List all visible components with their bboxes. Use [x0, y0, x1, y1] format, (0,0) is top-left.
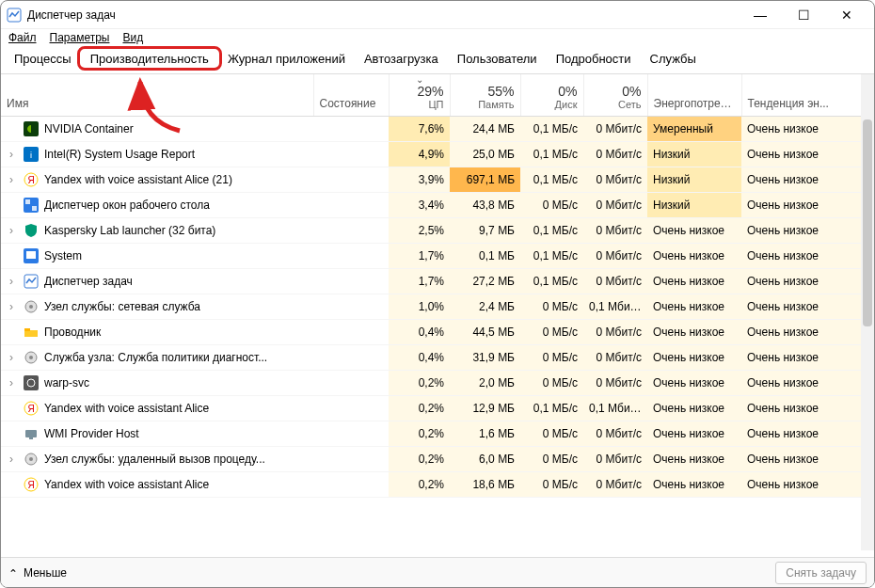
svg-rect-10	[26, 251, 36, 259]
expand-icon[interactable]: ›	[5, 453, 18, 466]
disk-cell: 0 МБ/с	[520, 421, 583, 447]
trend-cell: Очень низкое	[741, 472, 874, 498]
tab-users[interactable]: Пользователи	[448, 48, 547, 70]
table-row[interactable]: ›Служба узла: Служба политики диагност..…	[1, 345, 874, 371]
expand-icon[interactable]: ›	[5, 300, 18, 313]
minimize-button[interactable]: —	[739, 1, 782, 29]
menu-file[interactable]: Файл	[8, 31, 37, 44]
table-row[interactable]: ›Узел службы: удаленный вызов процеду...…	[1, 447, 874, 472]
trend-cell: Очень низкое	[741, 320, 874, 345]
trend-cell: Очень низкое	[741, 193, 874, 218]
net-cell: 0 Мбит/с	[583, 193, 647, 218]
svg-point-16	[29, 356, 33, 359]
disk-cell: 0,1 МБ/с	[520, 167, 583, 193]
fewer-details-link[interactable]: Меньше	[24, 566, 67, 580]
col-power-trend[interactable]: Тенденция эн...	[741, 74, 874, 116]
trend-cell: Очень низкое	[741, 396, 874, 421]
menu-view[interactable]: Вид	[122, 31, 143, 44]
expand-icon[interactable]: ›	[5, 173, 18, 186]
tab-processes[interactable]: Процессы	[5, 48, 81, 70]
maximize-button[interactable]: ☐	[782, 1, 825, 29]
scrollbar-thumb[interactable]	[863, 119, 872, 326]
process-name: Yandex with voice assistant Alice	[44, 402, 209, 415]
table-row[interactable]: ›iIntel(R) System Usage Report4,9%25,0 М…	[1, 142, 874, 167]
table-row[interactable]: ›Диспетчер задач1,7%27,2 МБ0,1 МБ/с0 Мби…	[1, 269, 874, 294]
status-cell	[313, 116, 389, 142]
trend-cell: Очень низкое	[741, 371, 874, 396]
power-cell: Умеренный	[647, 116, 741, 142]
mem-cell: 9,7 МБ	[450, 218, 520, 244]
table-row[interactable]: Диспетчер окон рабочего стола3,4%43,8 МБ…	[1, 193, 874, 218]
net-cell: 0 Мбит/с	[583, 421, 647, 447]
menu-options[interactable]: Параметры	[50, 31, 110, 44]
tab-app-history[interactable]: Журнал приложений	[218, 48, 355, 70]
col-cpu[interactable]: ⌄ 29% ЦП	[389, 74, 450, 116]
table-row[interactable]: ›ЯYandex with voice assistant Alice (21)…	[1, 167, 874, 193]
trend-cell: Очень низкое	[741, 447, 874, 472]
mem-cell: 12,9 МБ	[450, 396, 520, 421]
disk-cell: 0,1 МБ/с	[520, 218, 583, 244]
expand-icon[interactable]: ›	[5, 275, 18, 288]
vertical-scrollbar[interactable]	[861, 74, 874, 550]
mem-cell: 6,0 МБ	[450, 447, 520, 472]
status-cell	[313, 218, 389, 244]
col-status[interactable]: Состояние	[313, 74, 389, 116]
expand-icon[interactable]: ›	[5, 376, 18, 389]
col-disk[interactable]: 0% Диск	[520, 74, 583, 116]
disk-cell: 0 МБ/с	[520, 371, 583, 396]
table-row[interactable]: System1,7%0,1 МБ0,1 МБ/с0 Мбит/сОчень ни…	[1, 244, 874, 269]
trend-cell: Очень низкое	[741, 421, 874, 447]
process-name: Узел службы: сетевая служба	[44, 300, 200, 313]
net-cell: 0 Мбит/с	[583, 345, 647, 371]
power-cell: Очень низкое	[647, 294, 741, 320]
process-name: Проводник	[44, 326, 101, 339]
process-name: Диспетчер окон рабочего стола	[44, 199, 210, 212]
col-name[interactable]: Имя	[1, 74, 313, 116]
expand-icon[interactable]: ›	[5, 351, 18, 364]
mem-cell: 2,4 МБ	[450, 294, 520, 320]
svg-text:Я: Я	[27, 480, 34, 490]
power-cell: Низкий	[647, 167, 741, 193]
power-cell: Очень низкое	[647, 345, 741, 371]
trend-cell: Очень низкое	[741, 345, 874, 371]
table-row[interactable]: ›warp-svc0,2%2,0 МБ0 МБ/с0 Мбит/сОчень н…	[1, 371, 874, 396]
status-cell	[313, 472, 389, 498]
expand-icon[interactable]: ›	[5, 148, 18, 161]
table-row[interactable]: Проводник0,4%44,5 МБ0 МБ/с0 Мбит/сОчень …	[1, 320, 874, 345]
table-row[interactable]: WMI Provider Host0,2%1,6 МБ0 МБ/с0 Мбит/…	[1, 421, 874, 447]
end-task-button[interactable]: Снять задачу	[775, 562, 867, 584]
table-row[interactable]: ›Узел службы: сетевая служба1,0%2,4 МБ0 …	[1, 294, 874, 320]
net-cell: 0 Мбит/с	[583, 269, 647, 294]
mem-cell: 0,1 МБ	[450, 244, 520, 269]
col-network[interactable]: 0% Сеть	[583, 74, 647, 116]
tab-performance[interactable]: Производительность	[81, 48, 218, 70]
net-cell: 0 Мбит/с	[583, 244, 647, 269]
trend-cell: Очень низкое	[741, 116, 874, 142]
power-cell: Очень низкое	[647, 320, 741, 345]
collapse-icon[interactable]: ⌄	[8, 566, 18, 580]
process-icon	[24, 274, 39, 289]
table-row[interactable]: ЯYandex with voice assistant Alice0,2%12…	[1, 396, 874, 421]
net-cell: 0 Мбит/с	[583, 320, 647, 345]
mem-cell: 44,5 МБ	[450, 320, 520, 345]
table-row[interactable]: ›Kaspersky Lab launcher (32 бита)2,5%9,7…	[1, 218, 874, 244]
col-power[interactable]: Энергопотреб...	[647, 74, 741, 116]
col-memory[interactable]: 55% Память	[450, 74, 520, 116]
process-icon	[24, 452, 39, 467]
table-row[interactable]: ЯYandex with voice assistant Alice0,2%18…	[1, 472, 874, 498]
tab-startup[interactable]: Автозагрузка	[355, 48, 448, 70]
process-icon	[24, 375, 39, 390]
tab-services[interactable]: Службы	[641, 48, 706, 70]
mem-cell: 31,9 МБ	[450, 345, 520, 371]
net-cell: 0,1 Мбит/с	[583, 396, 647, 421]
process-name: Служба узла: Служба политики диагност...	[44, 351, 267, 364]
process-icon	[24, 248, 39, 263]
tab-bar: Процессы Производительность Журнал прило…	[1, 48, 874, 70]
close-button[interactable]: ✕	[825, 1, 868, 29]
cpu-cell: 7,6%	[389, 116, 450, 142]
tab-details[interactable]: Подробности	[547, 48, 641, 70]
expand-icon[interactable]: ›	[5, 224, 18, 237]
net-cell: 0 Мбит/с	[583, 142, 647, 167]
table-row[interactable]: NVIDIA Container7,6%24,4 МБ0,1 МБ/с0 Мби…	[1, 116, 874, 142]
cpu-cell: 1,0%	[389, 294, 450, 320]
